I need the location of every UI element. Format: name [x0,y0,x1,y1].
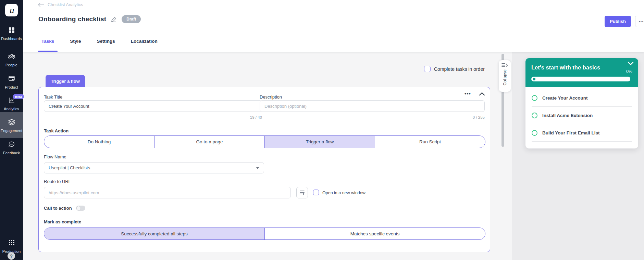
sidebar: u Dashboards People Product Beta Analyti… [0,0,23,260]
task-action-option-do-nothing[interactable]: Do Nothing [44,136,154,148]
preview-header: Let's start with the basics 0% [525,58,638,87]
task-type-tab[interactable]: Trigger a flow [46,75,85,87]
engagement-icon [0,119,23,126]
breadcrumb[interactable]: Checklist Analytics [48,2,83,7]
mark-option-specific-events[interactable]: Matches specific events [264,228,485,239]
task-action-option-trigger-flow[interactable]: Trigger a flow [264,136,375,148]
flow-name-select[interactable]: Userpilot | Checklists [44,162,264,173]
chevron-up-icon[interactable] [479,92,485,96]
mark-complete-segmented: Successfully completed all steps Matches… [44,228,485,240]
header-more-button[interactable]: ••• [635,16,644,27]
logo-letter: u [9,6,14,15]
help-button[interactable]: ? [8,252,15,260]
preview-title: Let's start with the basics [531,64,600,71]
caret-down-icon [256,167,259,169]
tab-tasks[interactable]: Tasks [41,39,54,52]
open-new-window-checkbox[interactable] [313,190,319,195]
task-action-option-run-script[interactable]: Run Script [375,136,485,148]
sidebar-item-people[interactable]: People [0,53,23,68]
route-url-input[interactable] [44,187,291,198]
list-add-icon [299,190,305,195]
call-to-action-toggle[interactable] [76,206,85,211]
page-title: Onboarding checklist [38,15,106,23]
tab-settings[interactable]: Settings [97,39,115,52]
checklist-preview-widget: Let's start with the basics 0% Create Yo… [525,58,638,148]
open-new-window-label: Open in a new window [322,191,366,195]
description-input[interactable] [260,100,485,112]
status-badge: Draft [122,15,141,23]
route-url-label: Route to URL [44,179,71,184]
production-icon [0,239,23,246]
preview-item[interactable]: Install Acme Extension [532,107,632,124]
preview-progress-percent: 0% [626,69,632,74]
collapse-label: Collapse [503,69,507,86]
people-icon [0,53,23,60]
description-counter: 0 / 255 [416,115,485,119]
flow-name-value: Userpilot | Checklists [49,165,90,170]
task-circle-icon [532,130,537,136]
sidebar-item-label: People [5,63,17,67]
tab-localization[interactable]: Localization [131,39,158,52]
preview-item[interactable]: Create Your Account [532,89,632,107]
feedback-icon [0,141,23,148]
help-icon: ? [10,254,13,259]
product-icon [0,75,23,82]
mark-option-all-steps[interactable]: Successfully completed all steps [44,228,264,239]
publish-button[interactable]: Publish [605,16,631,27]
userpilot-logo[interactable]: u [5,4,18,16]
task-title-input[interactable] [44,100,262,112]
complete-in-order-checkbox[interactable] [424,66,431,72]
sidebar-item-label: Engagement [1,129,22,133]
sidebar-item-dashboards[interactable]: Dashboards [0,27,23,41]
task-action-option-go-to-page[interactable]: Go to a page [154,136,264,148]
back-button[interactable] [38,3,44,7]
sidebar-item-label: Product [5,85,18,89]
task-title-label: Task Title [44,94,62,100]
sidebar-item-label: Dashboards [1,37,22,41]
toggle-knob [76,206,81,210]
url-list-add-button[interactable] [296,187,308,198]
mark-complete-label: Mark as complete [44,219,81,224]
chevron-down-icon[interactable] [628,62,634,65]
beta-badge: Beta [13,94,24,99]
complete-in-order-label: Complete tasks in order [434,66,485,72]
task-more-button[interactable]: ••• [465,91,471,96]
tab-style[interactable]: Style [70,39,81,52]
task-action-segmented: Do Nothing Go to a page Trigger a flow R… [44,135,485,148]
collapse-panel-button[interactable]: Collapse [499,60,511,92]
task-circle-icon [532,113,537,118]
sidebar-item-label: Feedback [3,151,20,155]
main-content: Complete tasks in order Collapse Trigger… [23,52,644,260]
sidebar-item-feedback[interactable]: Feedback [0,141,23,156]
task-circle-icon [532,95,537,101]
task-title-counter: 19 / 40 [194,115,262,119]
tab-bar: Tasks Style Settings Localization [41,39,173,52]
collapse-icon [501,63,508,67]
edit-title-icon[interactable] [111,16,117,22]
sidebar-item-engagement[interactable]: Engagement [0,119,23,133]
preview-item[interactable]: Build Your First Email List [532,124,632,142]
dashboards-icon [0,27,23,34]
preview-progress-bar [531,77,630,81]
sidebar-item-label: Analytics [4,107,19,111]
flow-name-label: Flow Name [44,154,66,159]
sidebar-item-product[interactable]: Product [0,75,23,90]
preview-body: Create Your Account Install Acme Extensi… [525,87,638,148]
page-header: Checklist Analytics Onboarding checklist… [23,0,644,52]
call-to-action-label: Call to action [44,206,72,211]
task-card: ••• Task Title 19 / 40 Description 0 / 2… [38,87,490,252]
progress-dot [533,78,535,80]
task-action-label: Task Action [44,128,69,133]
description-label: Description [260,94,282,100]
